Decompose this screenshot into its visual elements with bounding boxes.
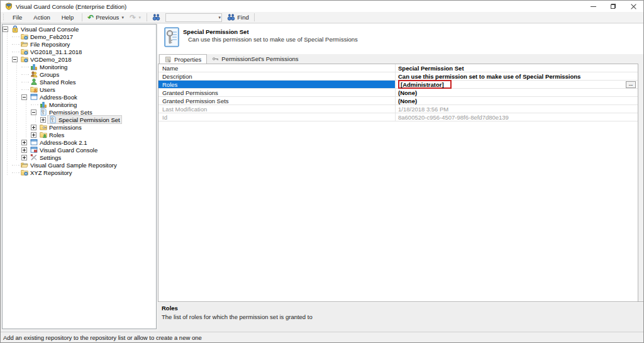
- collapse-box-icon[interactable]: [21, 94, 27, 100]
- window-red-icon: [30, 146, 38, 154]
- property-row-last-modification[interactable]: Last Modification 1/18/2018 3:56 PM: [158, 105, 638, 113]
- menu-file[interactable]: File: [7, 13, 28, 23]
- open-folder-icon: [21, 161, 28, 169]
- tree-item-settings[interactable]: Settings: [3, 154, 156, 161]
- title-bar: Visual Guard Console (Enterprise Edition…: [1, 1, 643, 12]
- detail-panel: Special Permission Set Can use this perm…: [158, 24, 643, 332]
- restore-button[interactable]: [603, 1, 623, 12]
- tree-item-shared-roles[interactable]: Shared Roles: [3, 78, 156, 86]
- tab-strip: Properties PermissionSet's Permissions: [158, 54, 643, 64]
- tree-item-demo-feb2017[interactable]: Demo_Feb2017: [3, 33, 156, 40]
- app-window: Visual Guard Console (Enterprise Edition…: [0, 0, 644, 343]
- expand-box-icon[interactable]: [40, 117, 46, 123]
- tree-item-users[interactable]: Users: [3, 86, 156, 93]
- bar-chart-icon: [30, 63, 38, 70]
- roles-ellipsis-button[interactable]: ...: [626, 81, 636, 88]
- tree-item-xyz-repository[interactable]: XYZ Repository: [3, 169, 156, 176]
- permission-set-document-icon: [164, 27, 179, 47]
- previous-button[interactable]: ↶ Previous ▼: [85, 13, 127, 23]
- menu-help[interactable]: Help: [56, 13, 80, 23]
- tree-item-permission-sets[interactable]: Permission Sets: [3, 108, 156, 116]
- expand-box-icon[interactable]: [21, 147, 27, 153]
- close-icon: [631, 4, 636, 9]
- tree-item-sample-repository[interactable]: Visual Guard Sample Repository: [3, 161, 156, 169]
- collapse-box-icon[interactable]: [12, 57, 18, 62]
- tree-item-vg2018[interactable]: VG2018_31.1.2018: [3, 48, 156, 55]
- tree-item-special-permission-set[interactable]: Special Permission Set: [3, 116, 156, 123]
- tree-item-file-repository[interactable]: File Repository: [3, 40, 156, 48]
- menu-toolbar: File Action Help ↶ Previous ▼ ↷ ▼ ▼ Find: [1, 12, 643, 23]
- previous-dropdown-caret[interactable]: ▼: [121, 16, 125, 20]
- window-icon: [30, 93, 38, 101]
- binoculars-icon: [152, 14, 160, 21]
- tree-item-permissions[interactable]: Permissions: [3, 123, 156, 131]
- help-text: The list of roles for which the permissi…: [162, 313, 640, 320]
- expand-box-icon[interactable]: [21, 140, 27, 145]
- toolbar-grip[interactable]: [3, 14, 4, 21]
- search-input[interactable]: [166, 14, 216, 21]
- tab-permissionset-permissions[interactable]: PermissionSet's Permissions: [207, 54, 303, 64]
- detail-header: Special Permission Set Can use this perm…: [158, 24, 643, 54]
- forward-dropdown-caret[interactable]: ▼: [138, 16, 142, 20]
- tree-item-vgdemo-2018[interactable]: VGDemo_2018: [3, 55, 156, 63]
- menu-action[interactable]: Action: [28, 13, 55, 23]
- group-icon: [30, 70, 38, 78]
- tree-item-roles[interactable]: Roles: [3, 131, 156, 138]
- tools-icon: [30, 154, 38, 161]
- main-content: Visual Guard Console Demo_Feb2017 File R…: [1, 24, 643, 332]
- close-button[interactable]: [623, 1, 643, 12]
- binoculars-icon: [227, 14, 235, 21]
- folder-key-icon: [40, 123, 47, 131]
- property-row-name[interactable]: Name Special Permission Set: [158, 64, 638, 72]
- folder-gear-icon: [21, 169, 28, 176]
- detail-title: Special Permission Set: [183, 28, 249, 35]
- find-button[interactable]: Find: [225, 13, 251, 23]
- property-row-id[interactable]: Id 8a600520-c956-4507-98f6-8efd7d80e139: [158, 113, 638, 121]
- key-icon: [212, 55, 219, 62]
- status-text: Add an existing repository to the reposi…: [3, 334, 202, 341]
- minimize-button[interactable]: [583, 1, 603, 12]
- tree-item-visual-guard-console-root[interactable]: Visual Guard Console: [3, 25, 156, 33]
- tree-item-address-book-monitoring[interactable]: Monitoring: [3, 101, 156, 108]
- property-row-roles[interactable]: Roles [Administrator] ...: [158, 81, 638, 89]
- forward-arrow-icon: ↷: [130, 14, 136, 21]
- search-scope-button[interactable]: [150, 13, 163, 23]
- app-icon: [5, 3, 13, 10]
- console-icon: [11, 25, 19, 33]
- tree-item-groups[interactable]: Groups: [3, 70, 156, 78]
- key-document-icon: [49, 116, 57, 123]
- open-folder-icon: [21, 40, 28, 48]
- user-folder-icon: [30, 86, 38, 93]
- tab-properties[interactable]: Properties: [159, 54, 207, 64]
- previous-label: Previous: [96, 14, 119, 21]
- tree-item-address-book-21[interactable]: Address-Book 2.1: [3, 138, 156, 146]
- detail-subtitle: Can use this permission set to make use …: [188, 36, 358, 43]
- window-title: Visual Guard Console (Enterprise Edition…: [16, 3, 126, 10]
- window-controls: [583, 1, 643, 12]
- collapse-box-icon[interactable]: [31, 110, 36, 115]
- toolbar-separator: [82, 13, 82, 21]
- bar-chart-icon: [40, 101, 47, 108]
- property-row-granted-permission-sets[interactable]: Granted Permission Sets (None): [158, 97, 638, 105]
- collapse-box-icon[interactable]: [3, 26, 8, 32]
- roles-value-annotation[interactable]: [Administrator]: [398, 80, 452, 89]
- tree-item-visual-guard-console-app[interactable]: Visual Guard Console: [3, 146, 156, 154]
- expand-box-icon[interactable]: [31, 125, 36, 130]
- folder-gear-icon: [21, 33, 28, 40]
- property-help-panel: Roles The list of roles for which the pe…: [158, 301, 643, 332]
- toolbar-separator: [147, 13, 147, 21]
- expand-box-icon[interactable]: [21, 155, 27, 160]
- properties-icon: [165, 56, 172, 63]
- key-document-icon: [40, 108, 47, 116]
- repository-tree: Visual Guard Console Demo_Feb2017 File R…: [2, 24, 157, 329]
- expand-box-icon[interactable]: [31, 132, 36, 138]
- property-row-granted-permissions[interactable]: Granted Permissions (None): [158, 89, 638, 97]
- help-title: Roles: [162, 305, 640, 312]
- person-icon: [30, 78, 38, 86]
- tree-item-monitoring[interactable]: Monitoring: [3, 63, 156, 70]
- tree-item-address-book[interactable]: Address-Book: [3, 93, 156, 101]
- search-dropdown-caret[interactable]: ▼: [218, 16, 221, 20]
- forward-button[interactable]: ↷ ▼: [127, 13, 144, 23]
- restore-icon: [611, 4, 616, 9]
- search-combobox[interactable]: ▼: [165, 13, 222, 22]
